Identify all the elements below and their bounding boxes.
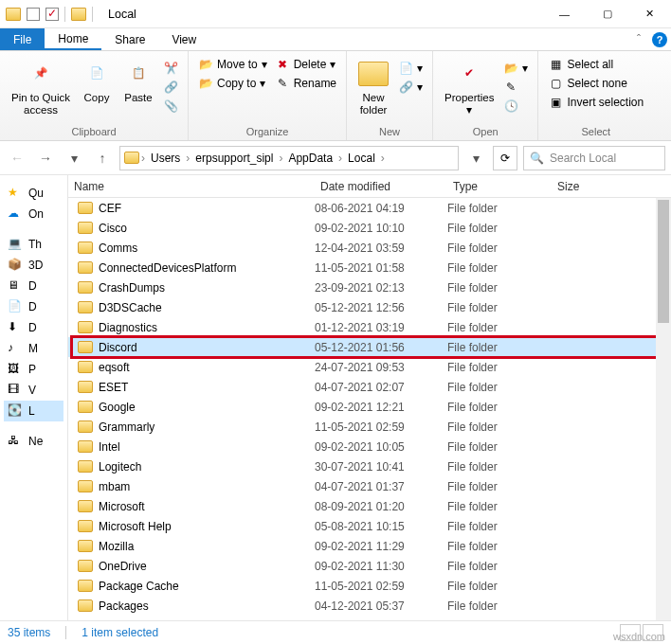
breadcrumb[interactable]: › Users› erpsupport_sipl› AppData› Local… <box>119 146 459 170</box>
table-row[interactable]: Logitech30-07-2021 10:41File folder <box>68 456 671 476</box>
back-button[interactable]: ← <box>6 147 28 170</box>
table-row[interactable]: Cisco09-02-2021 10:10File folder <box>68 218 671 238</box>
scroll-thumb[interactable] <box>658 200 669 323</box>
help-button[interactable]: ? <box>648 28 671 50</box>
minimize-button[interactable]: — <box>543 0 586 28</box>
file-name: ESET <box>99 381 128 394</box>
table-row[interactable]: Comms12-04-2021 03:59File folder <box>68 238 671 258</box>
table-row[interactable]: Google09-02-2021 12:21File folder <box>68 397 671 417</box>
column-headers[interactable]: Name Date modified Type Size <box>68 175 671 198</box>
pin-quick-access-button[interactable]: 📌 Pin to Quick access <box>6 55 76 120</box>
up-button[interactable]: ↑ <box>91 147 114 170</box>
nav-item[interactable]: ♪M <box>4 338 63 359</box>
status-items: 35 items <box>8 626 50 639</box>
table-row[interactable]: Package Cache11-05-2021 02:59File folder <box>68 576 671 596</box>
invert-selection-button[interactable]: ▣Invert selection <box>544 93 647 112</box>
paste-shortcut-button[interactable]: 📎 <box>159 97 182 116</box>
new-folder-button[interactable]: New folder <box>353 55 394 120</box>
table-row[interactable]: Diagnostics01-12-2021 03:19File folder <box>68 317 671 337</box>
open-button[interactable]: 📂▾ <box>499 59 532 78</box>
table-row[interactable]: D3DSCache05-12-2021 12:56File folder <box>68 297 671 317</box>
nav-item[interactable]: 🎞V <box>4 380 63 401</box>
crumb[interactable]: Users <box>147 152 184 165</box>
tab-view[interactable]: View <box>158 28 209 50</box>
qat-checkbox-checked[interactable] <box>45 8 59 21</box>
tab-home[interactable]: Home <box>45 28 101 50</box>
crumb[interactable]: AppData <box>284 152 336 165</box>
table-row[interactable]: ESET04-07-2021 02:07File folder <box>68 377 671 397</box>
history-button[interactable]: 🕓 <box>499 97 532 116</box>
table-row[interactable]: OneDrive09-02-2021 11:30File folder <box>68 556 671 576</box>
file-type: File folder <box>447 460 552 474</box>
pc-icon: 💻 <box>8 237 23 252</box>
nav-item[interactable]: ★Qu <box>4 183 63 204</box>
folder-icon <box>78 242 93 254</box>
edit-button[interactable]: ✎ <box>499 78 532 97</box>
properties-button[interactable]: ✔ Properties▾ <box>439 55 499 120</box>
delete-button[interactable]: ✖Delete▾ <box>271 55 340 74</box>
table-row[interactable]: CrashDumps23-09-2021 02:13File folder <box>68 277 671 297</box>
rename-button[interactable]: ✎Rename <box>271 74 340 93</box>
navigation-pane[interactable]: ★Qu☁On💻Th📦3D🖥D📄D⬇D♪M🖼P🎞V💽L🖧Ne <box>0 175 68 620</box>
maximize-button[interactable]: ▢ <box>586 0 628 28</box>
tab-file[interactable]: File <box>0 28 45 50</box>
delete-icon: ✖ <box>275 57 290 72</box>
column-name[interactable]: Name <box>68 175 315 197</box>
crumb[interactable]: erpsupport_sipl <box>191 152 277 165</box>
nav-item[interactable]: ⬇D <box>4 317 63 338</box>
crumb[interactable]: Local <box>344 152 379 165</box>
nav-item[interactable]: 💽L <box>4 401 63 421</box>
column-date[interactable]: Date modified <box>315 175 447 197</box>
table-row[interactable]: Microsoft08-09-2021 01:20File folder <box>68 496 671 516</box>
table-row[interactable]: Mozilla09-02-2021 11:29File folder <box>68 536 671 556</box>
nav-item[interactable]: 💻Th <box>4 234 63 255</box>
file-date: 05-12-2021 12:56 <box>315 301 447 314</box>
table-row[interactable]: Packages04-12-2021 05:37File folder <box>68 596 671 616</box>
select-all-button[interactable]: ▦Select all <box>544 55 647 74</box>
recent-button[interactable]: ▾ <box>63 147 85 170</box>
breadcrumb-dropdown[interactable]: ▾ <box>464 147 487 170</box>
table-row[interactable]: eqsoft24-07-2021 09:53File folder <box>68 357 671 377</box>
move-to-button[interactable]: 📂Move to▾ <box>194 55 271 74</box>
copy-to-button[interactable]: 📂Copy to▾ <box>194 74 271 93</box>
table-row[interactable]: Microsoft Help05-08-2021 10:15File folde… <box>68 516 671 536</box>
tab-share[interactable]: Share <box>101 28 158 50</box>
forward-button[interactable]: → <box>34 147 57 170</box>
cut-button[interactable]: ✂️ <box>159 59 182 78</box>
nav-item[interactable]: 📄D <box>4 296 63 317</box>
pic-icon: 🖼 <box>8 362 23 377</box>
new-item-button[interactable]: 📄▾ <box>394 59 426 78</box>
file-name: CrashDumps <box>99 281 165 295</box>
nav-item[interactable]: 🖥D <box>4 276 63 296</box>
column-type[interactable]: Type <box>447 175 552 197</box>
cloud-icon: ☁ <box>8 206 23 222</box>
nav-item[interactable]: 📦3D <box>4 255 63 276</box>
column-size[interactable]: Size <box>552 175 627 197</box>
nav-item[interactable]: 🖧Ne <box>4 431 63 452</box>
folder-icon <box>78 520 93 532</box>
folder-icon <box>78 401 93 413</box>
minimize-ribbon-button[interactable]: ˆ <box>629 28 648 50</box>
folder-icon <box>78 480 93 492</box>
table-row[interactable]: Grammarly11-05-2021 02:59File folder <box>68 417 671 437</box>
close-button[interactable]: ✕ <box>628 0 671 28</box>
nav-item[interactable]: 🖼P <box>4 359 63 380</box>
copy-path-button[interactable]: 🔗 <box>159 78 182 97</box>
table-row[interactable]: CEF08-06-2021 04:19File folder <box>68 198 671 218</box>
paste-button[interactable]: 📋 Paste <box>118 55 159 108</box>
group-title: Clipboard <box>6 126 182 140</box>
refresh-button[interactable]: ⟳ <box>493 146 517 170</box>
file-name: Grammarly <box>99 420 154 434</box>
copy-button[interactable]: 📄 Copy <box>76 55 118 108</box>
select-none-button[interactable]: ▢Select none <box>544 74 647 93</box>
search-input[interactable]: 🔍 Search Local <box>523 146 665 170</box>
table-row[interactable]: Discord05-12-2021 01:56File folder <box>68 337 671 357</box>
table-row[interactable]: ConnectedDevicesPlatform11-05-2021 01:58… <box>68 258 671 277</box>
nav-item[interactable]: ☁On <box>4 204 63 224</box>
easy-access-button[interactable]: 🔗▾ <box>394 78 426 97</box>
video-icon: 🎞 <box>8 383 23 398</box>
table-row[interactable]: Intel09-02-2021 10:05File folder <box>68 437 671 456</box>
qat-checkbox[interactable] <box>27 8 40 21</box>
table-row[interactable]: mbam04-07-2021 01:37File folder <box>68 476 671 496</box>
file-date: 23-09-2021 02:13 <box>315 281 447 295</box>
